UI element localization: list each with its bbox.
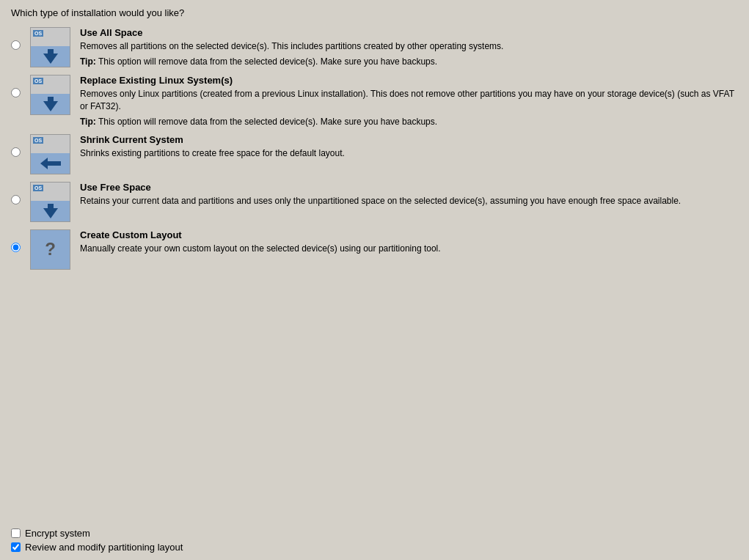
text-col-2: Replace Existing Linux System(s) Removes… <box>80 75 738 127</box>
tip-text-2: Tip: This option will remove data from t… <box>80 117 738 127</box>
tip-label-2: Tip: <box>80 117 96 127</box>
option-replace-existing: OS Replace Existing Linux System(s) Remo… <box>11 75 738 127</box>
option-title-3: Shrink Current System <box>80 134 738 145</box>
shrink-icon <box>40 156 61 171</box>
os-tag-3: OS <box>33 137 43 144</box>
encrypt-system-row: Encrypt system <box>11 528 183 539</box>
option-title-1: Use All Space <box>80 27 738 38</box>
page-container: Which type of installation would you lik… <box>0 0 749 560</box>
encrypt-system-checkbox[interactable] <box>11 528 21 538</box>
review-partitioning-checkbox[interactable] <box>11 542 21 552</box>
disk-icon-free: OS <box>30 182 70 222</box>
tip-text-1: Tip: This option will remove data from t… <box>80 56 738 67</box>
tip-content-1: This option will remove data from the se… <box>98 56 437 67</box>
option-use-all-space: OS Use All Space Removes all partitions … <box>11 27 738 67</box>
radio-col-5[interactable] <box>11 229 26 252</box>
radio-col-4[interactable] <box>11 182 26 205</box>
icon-col-5: ? <box>30 229 74 270</box>
os-tag-4: OS <box>33 185 43 191</box>
options-list: OS Use All Space Removes all partitions … <box>11 27 738 277</box>
radio-col-3[interactable] <box>11 134 26 157</box>
radio-replace-existing[interactable] <box>11 88 21 97</box>
option-desc-1: Removes all partitions on the selected d… <box>80 40 738 53</box>
option-desc-4: Retains your current data and partitions… <box>80 195 738 207</box>
option-desc-2: Removes only Linux partitions (created f… <box>80 88 738 113</box>
icon-col-4: OS <box>30 182 74 222</box>
question-mark-icon: ? <box>45 239 56 259</box>
text-col-4: Use Free Space Retains your current data… <box>80 182 738 207</box>
review-partitioning-row: Review and modify partitioning layout <box>11 542 183 553</box>
option-shrink-current: OS Shrink Current System Shrinks existin… <box>11 134 738 174</box>
radio-create-custom[interactable] <box>11 243 21 252</box>
option-desc-3: Shrinks existing partitions to create fr… <box>80 147 738 160</box>
svg-marker-0 <box>40 158 61 169</box>
tip-label-1: Tip: <box>80 56 96 67</box>
disk-icon-custom: ? <box>30 229 70 270</box>
disk-base-4 <box>31 201 70 221</box>
os-tag-1: OS <box>33 30 43 37</box>
arrow-icon-2 <box>43 101 58 111</box>
disk-base-1 <box>31 46 70 67</box>
radio-col-1[interactable] <box>11 27 26 50</box>
disk-icon-replace: OS <box>30 75 70 115</box>
icon-col-2: OS <box>30 75 74 115</box>
disk-base-2 <box>31 94 70 114</box>
disk-base-5: ? <box>31 230 70 269</box>
radio-col-2[interactable] <box>11 75 26 97</box>
option-use-free-space: OS Use Free Space Retains your current d… <box>11 182 738 222</box>
radio-use-free-space[interactable] <box>11 195 21 205</box>
icon-col-3: OS <box>30 134 74 174</box>
footer: Encrypt system Review and modify partiti… <box>11 528 183 553</box>
review-partitioning-label[interactable]: Review and modify partitioning layout <box>25 542 183 553</box>
option-create-custom: ? Create Custom Layout Manually create y… <box>11 229 738 270</box>
os-tag-2: OS <box>33 78 43 84</box>
option-title-2: Replace Existing Linux System(s) <box>80 75 738 86</box>
text-col-5: Create Custom Layout Manually create you… <box>80 229 738 255</box>
radio-use-all-space[interactable] <box>11 40 21 50</box>
text-col-1: Use All Space Removes all partitions on … <box>80 27 738 67</box>
option-desc-5: Manually create your own custom layout o… <box>80 243 738 255</box>
disk-icon-use-all-space: OS <box>30 27 70 67</box>
tip-content-2: This option will remove data from the se… <box>98 117 437 127</box>
option-title-5: Create Custom Layout <box>80 229 738 240</box>
disk-base-3 <box>31 153 70 174</box>
option-title-4: Use Free Space <box>80 182 738 193</box>
encrypt-system-label[interactable]: Encrypt system <box>25 528 90 539</box>
radio-shrink-current[interactable] <box>11 147 21 157</box>
arrow-icon-1 <box>43 54 58 64</box>
icon-col-1: OS <box>30 27 74 67</box>
disk-icon-shrink: OS <box>30 134 70 174</box>
arrow-icon-4 <box>43 208 58 218</box>
text-col-3: Shrink Current System Shrinks existing p… <box>80 134 738 160</box>
page-title: Which type of installation would you lik… <box>11 7 738 18</box>
